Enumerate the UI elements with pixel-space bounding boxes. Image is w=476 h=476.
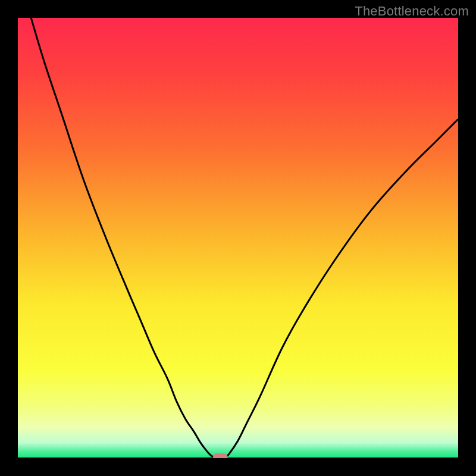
optimal-marker — [214, 454, 228, 458]
chart-frame: TheBottleneck.com — [0, 0, 476, 476]
plot-area — [18, 18, 458, 458]
curve-left-branch — [31, 18, 216, 458]
watermark-text: TheBottleneck.com — [355, 4, 469, 19]
curve-right-branch — [225, 119, 458, 458]
chart-svg — [18, 18, 458, 458]
